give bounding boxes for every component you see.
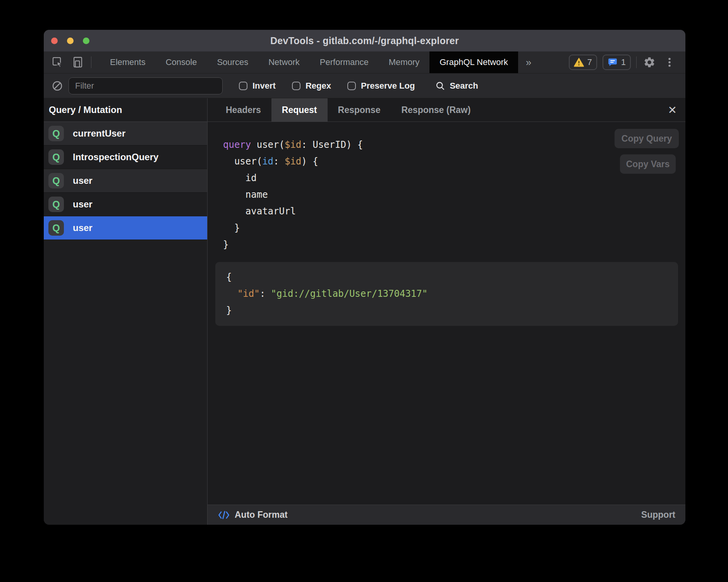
toolbar-right-controls: 7 1 xyxy=(569,51,686,73)
code-token: user( xyxy=(251,139,285,150)
list-item-user-3-selected[interactable]: Q user xyxy=(44,216,207,240)
code-line: } xyxy=(223,220,685,236)
list-item-label: currentUser xyxy=(73,128,125,139)
code-token: "gid://gitlab/User/13704317" xyxy=(271,288,428,299)
filter-bar: Invert Regex Preserve Log Search xyxy=(44,74,685,98)
code-token: : xyxy=(260,288,271,299)
code-token: : UserID) { xyxy=(301,139,363,150)
invert-checkbox[interactable] xyxy=(239,82,247,90)
request-tab-content: query user($id: UserID) { user(id: $id) … xyxy=(208,122,685,505)
panel-tabs: Elements Console Sources Network Perform… xyxy=(100,51,539,73)
tab-network[interactable]: Network xyxy=(258,51,310,73)
devtools-toolbar: Elements Console Sources Network Perform… xyxy=(44,51,685,74)
auto-format-control[interactable]: Auto Format xyxy=(218,510,288,520)
code-line: user(id: $id) { xyxy=(223,153,685,170)
detail-tab-bar: Headers Request Response Response (Raw) … xyxy=(208,98,685,122)
list-item-label: user xyxy=(73,175,93,186)
support-link[interactable]: Support xyxy=(641,510,675,520)
code-token: name xyxy=(223,189,268,200)
code-token: } xyxy=(223,223,240,233)
toolbar-right-divider xyxy=(636,56,637,68)
code-token: $id xyxy=(285,139,301,150)
message-bubble-icon xyxy=(608,57,618,67)
query-type-badge: Q xyxy=(48,220,64,236)
code-token: id xyxy=(223,173,257,183)
code-brackets-icon xyxy=(218,510,230,520)
more-tabs-chevron[interactable]: » xyxy=(518,51,539,73)
code-line: name xyxy=(223,187,685,203)
code-token: $id xyxy=(285,156,301,167)
code-token: avatarUrl xyxy=(223,206,296,217)
invert-label[interactable]: Invert xyxy=(252,81,276,91)
code-token: : xyxy=(273,156,285,167)
settings-gear-icon[interactable] xyxy=(642,55,657,70)
more-options-icon[interactable] xyxy=(662,55,677,70)
issues-count: 1 xyxy=(621,57,626,67)
auto-format-label: Auto Format xyxy=(235,510,288,520)
title-bar: DevTools - gitlab.com/-/graphql-explorer xyxy=(44,30,685,51)
tab-graphql-network[interactable]: GraphQL Network xyxy=(429,51,518,73)
tab-response[interactable]: Response xyxy=(328,98,391,122)
tab-response-raw[interactable]: Response (Raw) xyxy=(391,98,481,122)
list-item-user-2[interactable]: Q user xyxy=(44,193,207,216)
search-control[interactable]: Search xyxy=(435,80,478,91)
code-line: "id": "gid://gitlab/User/13704317" xyxy=(226,286,667,302)
regex-label[interactable]: Regex xyxy=(306,81,331,91)
filter-input[interactable] xyxy=(69,77,223,94)
main-split: Query / Mutation Q currentUser Q Introsp… xyxy=(44,98,685,525)
tab-performance[interactable]: Performance xyxy=(310,51,379,73)
inspect-element-icon[interactable] xyxy=(51,55,65,69)
issues-badge[interactable]: 1 xyxy=(603,55,631,70)
query-type-badge: Q xyxy=(48,149,64,165)
toolbar-divider xyxy=(91,56,91,68)
tab-sources[interactable]: Sources xyxy=(207,51,258,73)
code-token: } xyxy=(223,239,228,250)
close-detail-icon[interactable]: ✕ xyxy=(668,104,677,116)
code-line: id xyxy=(223,170,685,187)
request-detail-panel: Headers Request Response Response (Raw) … xyxy=(208,98,685,525)
preserve-log-label[interactable]: Preserve Log xyxy=(361,81,415,91)
devtools-window: DevTools - gitlab.com/-/graphql-explorer… xyxy=(44,30,685,525)
code-line: { xyxy=(226,269,667,286)
warning-count: 7 xyxy=(587,57,592,67)
code-token: { xyxy=(226,272,232,282)
tab-headers[interactable]: Headers xyxy=(215,98,271,122)
preserve-log-checkbox-group: Preserve Log xyxy=(347,81,415,91)
list-item-user-1[interactable]: Q user xyxy=(44,169,207,193)
clear-requests-icon[interactable] xyxy=(52,80,63,92)
toolbar-left-icons xyxy=(44,51,97,73)
regex-checkbox-group: Regex xyxy=(292,81,331,91)
list-item-label: user xyxy=(73,223,93,233)
search-icon xyxy=(435,80,446,91)
code-token: id xyxy=(262,156,273,167)
query-type-badge: Q xyxy=(48,173,64,188)
list-item-label: user xyxy=(73,199,93,210)
warning-icon xyxy=(574,58,584,67)
list-item-currentuser[interactable]: Q currentUser xyxy=(44,122,207,146)
copy-query-button[interactable]: Copy Query xyxy=(615,129,679,148)
code-line: } xyxy=(223,236,685,253)
list-item-label: IntrospectionQuery xyxy=(73,152,158,163)
query-type-badge: Q xyxy=(48,197,64,212)
tab-console[interactable]: Console xyxy=(156,51,207,73)
graphql-query-code: query user($id: UserID) { user(id: $id) … xyxy=(223,137,685,253)
query-type-badge: Q xyxy=(48,126,64,141)
regex-checkbox[interactable] xyxy=(292,82,300,90)
tab-memory[interactable]: Memory xyxy=(379,51,429,73)
tab-request[interactable]: Request xyxy=(271,98,328,122)
code-token: query xyxy=(223,139,251,150)
tab-elements[interactable]: Elements xyxy=(100,51,156,73)
graphql-variables-box: { "id": "gid://gitlab/User/13704317"} xyxy=(215,262,678,326)
window-title: DevTools - gitlab.com/-/graphql-explorer xyxy=(44,35,685,46)
preserve-log-checkbox[interactable] xyxy=(347,82,356,90)
device-toolbar-icon[interactable] xyxy=(71,55,85,69)
invert-checkbox-group: Invert xyxy=(239,81,276,91)
list-item-introspectionquery[interactable]: Q IntrospectionQuery xyxy=(44,146,207,169)
code-token: "id" xyxy=(237,288,260,299)
warnings-badge[interactable]: 7 xyxy=(569,55,597,70)
query-list-header: Query / Mutation xyxy=(44,98,207,122)
code-line: } xyxy=(226,302,667,319)
code-token: ) { xyxy=(301,156,318,167)
code-token: user( xyxy=(223,156,262,167)
copy-vars-button[interactable]: Copy Vars xyxy=(620,154,676,174)
